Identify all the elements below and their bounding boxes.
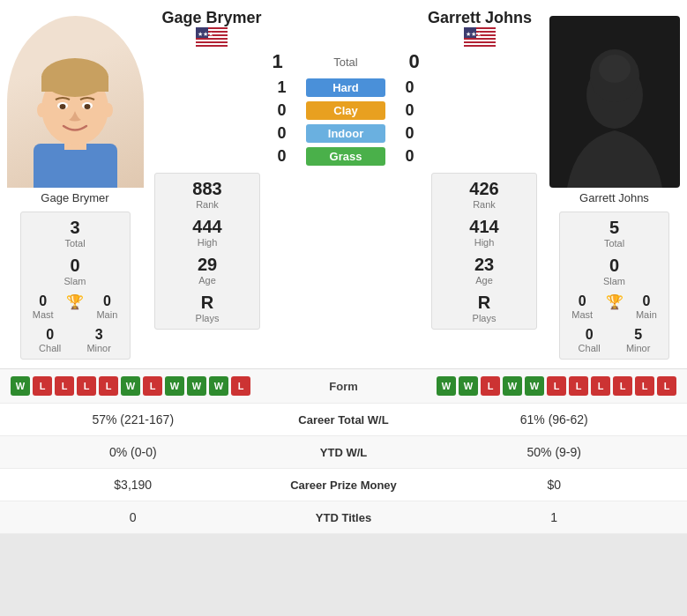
form-badge: L <box>99 376 118 396</box>
right-plays-block: R Plays <box>437 293 531 323</box>
form-label: Form <box>300 380 388 393</box>
left-total-block: 3 Total <box>26 218 124 249</box>
left-slam-val: 0 <box>26 256 124 276</box>
right-chall-lbl: Chall <box>579 343 601 353</box>
stat-left-val: 57% (221-167) <box>11 412 256 427</box>
left-slam-block: 0 Slam <box>26 256 124 286</box>
left-total-wins: 1 <box>253 50 302 73</box>
player-comparison-area: Gage Brymer 3 Total 0 Slam 0 Mast <box>0 0 687 368</box>
stat-left-val: 0% (0-0) <box>11 445 256 459</box>
svg-rect-0 <box>34 144 117 188</box>
left-high-block: 444 High <box>161 217 254 248</box>
svg-rect-24 <box>464 43 496 45</box>
form-badge: L <box>55 376 74 396</box>
stat-center-label: YTD W/L <box>256 446 432 459</box>
right-rank-lbl: Rank <box>437 199 531 210</box>
stat-center-label: Career Prize Money <box>256 479 432 492</box>
right-player-photo-area: Garrett Johns 5 Total 0 Slam 0 Mast <box>541 9 687 360</box>
form-badge: L <box>33 376 52 396</box>
left-indoor-wins: 0 <box>258 124 306 143</box>
form-badge: L <box>231 376 250 396</box>
left-age-val: 29 <box>161 255 254 275</box>
left-player-name: Gage Brymer <box>161 9 261 27</box>
left-clay-wins: 0 <box>258 101 306 120</box>
form-badge: L <box>143 376 162 396</box>
left-mast-main-row: 0 Mast 🏆 0 Main <box>26 293 124 320</box>
right-plays-val: R <box>437 293 531 313</box>
left-player-name-below: Gage Brymer <box>41 191 108 204</box>
right-rank-box: 426 Rank 414 High 23 Age R Plays <box>431 173 537 330</box>
right-plays-lbl: Plays <box>437 313 531 323</box>
svg-point-9 <box>37 103 46 117</box>
right-high-block: 414 High <box>437 217 531 248</box>
stat-right-val: $0 <box>432 478 677 492</box>
career-stats-section: 57% (221-167)Career Total W/L61% (96-62)… <box>0 404 687 534</box>
left-age-lbl: Age <box>161 275 254 286</box>
left-high-val: 444 <box>161 217 254 237</box>
career-stat-row: $3,190Career Prize Money$0 <box>0 469 687 501</box>
right-age-val: 23 <box>437 255 531 275</box>
form-row: WLLLLWLWWWL Form WWLWWLLLLLL <box>0 369 687 404</box>
left-slam-lbl: Slam <box>26 276 124 286</box>
rank-stat-boxes: 883 Rank 444 High 29 Age R Plays <box>150 173 541 330</box>
stat-left-val: $3,190 <box>11 478 256 492</box>
indoor-badge: Indoor <box>306 124 385 143</box>
right-chall-item: 0 Chall <box>579 327 601 353</box>
left-minor-lbl: Minor <box>86 343 111 353</box>
right-stat-box: 5 Total 0 Slam 0 Mast 🏆 0 <box>559 212 669 360</box>
total-label: Total <box>302 56 390 69</box>
total-comparison-row: 1 Total 0 <box>150 50 541 73</box>
left-player-photo-area: Gage Brymer 3 Total 0 Slam 0 Mast <box>0 9 150 360</box>
main-container: Gage Brymer 3 Total 0 Slam 0 Mast <box>0 0 687 534</box>
right-minor-val: 5 <box>626 327 651 343</box>
form-badge: L <box>657 376 676 396</box>
right-mast-val: 0 <box>571 293 593 309</box>
form-badge: W <box>187 376 206 396</box>
right-mast-lbl: Mast <box>571 309 593 320</box>
surface-comparison-rows: 1 Hard 0 0 Clay 0 0 Indoor 0 <box>150 78 541 166</box>
player-names-row: Gage Brymer ★★★ Garrett Johns <box>150 9 541 47</box>
career-stat-row: 0YTD Titles1 <box>0 501 687 534</box>
right-main-lbl: Main <box>636 309 657 320</box>
form-badge: L <box>613 376 632 396</box>
left-minor-item: 3 Minor <box>86 327 111 353</box>
right-player-name: Garrett Johns <box>428 9 532 27</box>
left-grass-wins: 0 <box>258 147 306 166</box>
right-age-lbl: Age <box>437 275 531 286</box>
right-trophy-item: 🏆 <box>606 293 624 320</box>
right-high-lbl: High <box>437 237 531 248</box>
left-name-area: Gage Brymer ★★★ <box>159 9 265 47</box>
form-badge: W <box>165 376 184 396</box>
left-player-photo <box>7 16 144 188</box>
left-age-block: 29 Age <box>161 255 254 286</box>
left-plays-lbl: Plays <box>161 313 254 323</box>
left-hard-wins: 1 <box>258 78 306 97</box>
middle-comparison-area: Gage Brymer ★★★ Garrett Johns <box>150 9 541 330</box>
right-player-photo <box>549 16 680 188</box>
left-total-val: 3 <box>26 218 124 238</box>
left-rank-block: 883 Rank <box>161 179 254 210</box>
right-slam-val: 0 <box>565 256 663 276</box>
svg-text:★★★: ★★★ <box>466 31 482 37</box>
left-plays-block: R Plays <box>161 293 254 323</box>
stat-center-label: YTD Titles <box>256 511 432 524</box>
svg-point-29 <box>599 55 631 83</box>
svg-rect-15 <box>196 40 228 41</box>
left-total-lbl: Total <box>26 238 124 249</box>
svg-point-7 <box>59 104 65 109</box>
left-minor-val: 3 <box>86 327 111 343</box>
left-rank-box: 883 Rank 444 High 29 Age R Plays <box>154 173 260 330</box>
right-main-val: 0 <box>636 293 657 309</box>
left-chall-val: 0 <box>39 327 61 343</box>
right-mast-main-row: 0 Mast 🏆 0 Main <box>565 293 663 320</box>
left-mast-val: 0 <box>33 293 54 309</box>
left-main-val: 0 <box>96 293 117 309</box>
form-badge: W <box>209 376 228 396</box>
left-stat-box: 3 Total 0 Slam 0 Mast 🏆 0 <box>20 212 131 360</box>
svg-point-10 <box>104 103 113 117</box>
indoor-row: 0 Indoor 0 <box>150 124 541 143</box>
left-main-item: 0 Main <box>96 293 117 320</box>
form-badge: L <box>77 376 96 396</box>
right-minor-item: 5 Minor <box>626 327 651 353</box>
right-form-badges: WWLWWLLLLLL <box>388 376 677 396</box>
